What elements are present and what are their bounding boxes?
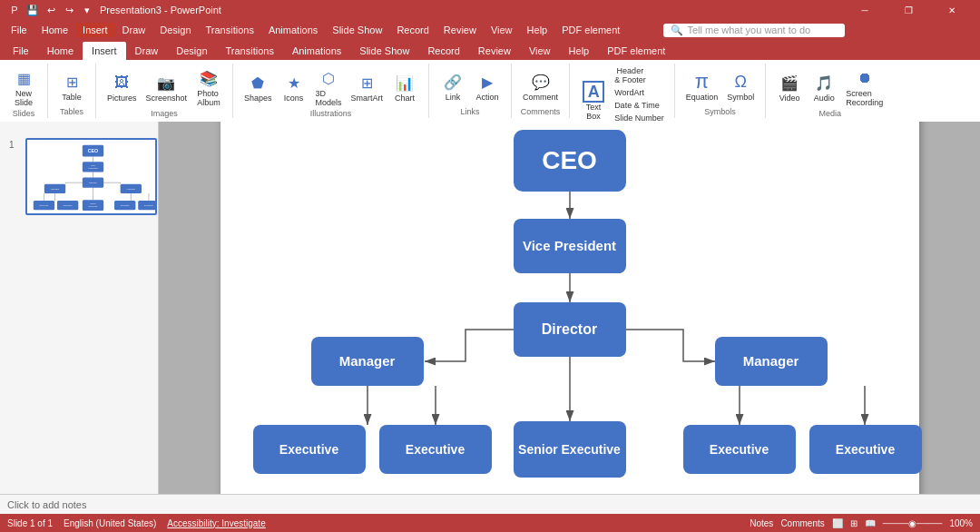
link-btn[interactable]: 🔗 Link (436, 69, 469, 103)
notes-bar[interactable]: Click to add notes (0, 494, 980, 514)
header-footer-btn[interactable]: Header & Footer (612, 65, 649, 85)
tab-design[interactable]: Design (167, 42, 216, 60)
canvas-area[interactable]: CEO Vice President Director Manager Mana… (159, 122, 980, 494)
view-normal-icon[interactable]: ⬜ (832, 518, 843, 528)
menu-pdf[interactable]: PDF element (554, 23, 627, 37)
svg-text:Executive: Executive (40, 204, 50, 206)
menu-file[interactable]: File (4, 23, 34, 37)
ribbon-group-slides: ▦ New Slide Slides (0, 64, 48, 118)
tab-slideshow[interactable]: Slide Show (350, 42, 418, 60)
menu-design[interactable]: Design (152, 23, 198, 37)
tab-animations[interactable]: Animations (283, 42, 350, 60)
video-btn[interactable]: 🎬 Video (773, 70, 806, 104)
svg-text:Executive: Executive (121, 204, 131, 206)
manager-right-box[interactable]: Manager (715, 337, 828, 386)
redo-btn[interactable]: ↪ (62, 3, 76, 17)
tab-home[interactable]: Home (38, 42, 83, 60)
accessibility-label[interactable]: Accessibility: Investigate (167, 518, 265, 528)
vp-label: Vice President (523, 238, 616, 253)
comments-buttons: 💬 Comment (519, 65, 562, 107)
screen-recording-btn[interactable]: ⏺ ScreenRecording (842, 65, 887, 109)
director-box[interactable]: Director (514, 302, 626, 357)
icons-icon: ★ (283, 72, 305, 94)
tab-insert[interactable]: Insert (83, 42, 126, 60)
view-reading-icon[interactable]: 📖 (865, 518, 876, 528)
save-btn[interactable]: 💾 (25, 3, 40, 17)
3d-models-btn[interactable]: ⬡ 3DModels (312, 65, 346, 109)
smartart-icon: ⊞ (356, 72, 377, 94)
slide-canvas: CEO Vice President Director Manager Mana… (220, 122, 919, 494)
exec3-label: Executive (710, 442, 769, 457)
menu-help[interactable]: Help (520, 23, 555, 37)
menu-animations[interactable]: Animations (261, 23, 325, 37)
menu-record[interactable]: Record (389, 23, 436, 37)
zoom-slider[interactable]: ────◉──── (883, 518, 943, 528)
equation-btn[interactable]: π Equation (682, 69, 722, 103)
tab-view[interactable]: View (520, 42, 560, 60)
tab-record[interactable]: Record (418, 42, 468, 60)
menu-home[interactable]: Home (34, 23, 75, 37)
minimize-btn[interactable]: ─ (844, 0, 886, 20)
svg-text:CEO: CEO (88, 148, 98, 153)
smartart-btn[interactable]: ⊞ SmartArt (348, 70, 387, 104)
comment-btn[interactable]: 💬 Comment (519, 69, 562, 103)
menu-view[interactable]: View (484, 23, 520, 37)
ppt-icon: P (7, 3, 22, 17)
view-grid-icon[interactable]: ⊞ (850, 518, 858, 528)
new-slide-btn[interactable]: ▦ New Slide (7, 65, 40, 109)
executive-4-box[interactable]: Executive (809, 425, 922, 474)
menu-review[interactable]: Review (436, 23, 484, 37)
notes-status-btn[interactable]: Notes (750, 518, 773, 528)
text-box-btn[interactable]: A Text Box (577, 79, 610, 123)
svg-text:Executive: Executive (64, 204, 74, 206)
table-btn[interactable]: ⊞ Table (55, 69, 88, 103)
app-body: 1 CEO Vice President Director Manager Ma… (0, 122, 980, 494)
equation-icon: π (691, 71, 712, 93)
shapes-btn[interactable]: ⬟ Shapes (240, 70, 276, 104)
svg-text:Executive: Executive (89, 205, 99, 207)
executive-1-box[interactable]: Executive (253, 425, 366, 474)
executive-2-box[interactable]: Executive (379, 425, 492, 474)
date-time-btn[interactable]: Date & Time (612, 100, 662, 111)
exec1-label: Executive (279, 442, 338, 457)
menu-insert[interactable]: Insert (75, 23, 115, 37)
symbol-btn[interactable]: Ω Symbol (723, 69, 758, 103)
chart-icon: 📊 (394, 72, 416, 94)
vp-box[interactable]: Vice President (514, 219, 626, 273)
comments-status-btn[interactable]: Comments (780, 518, 824, 528)
pictures-btn[interactable]: 🖼 Pictures (103, 70, 141, 104)
audio-btn[interactable]: 🎵 Audio (808, 70, 840, 104)
manager-left-box[interactable]: Manager (311, 337, 424, 386)
svg-text:Executive: Executive (144, 204, 154, 206)
slide-thumbnail[interactable]: CEO Vice President Director Manager Mana… (25, 138, 157, 215)
tab-pdf[interactable]: PDF element (598, 42, 674, 60)
tab-help[interactable]: Help (560, 42, 599, 60)
screenshot-btn[interactable]: 📷 Screenshot (142, 70, 191, 104)
chart-btn[interactable]: 📊 Chart (388, 70, 421, 104)
menu-slideshow[interactable]: Slide Show (325, 23, 389, 37)
tab-file[interactable]: File (4, 42, 38, 60)
icons-btn[interactable]: ★ Icons (278, 70, 310, 104)
wordart-btn[interactable]: WordArt (612, 87, 647, 98)
slide-info: Slide 1 of 1 (7, 518, 53, 528)
photo-album-btn[interactable]: 📚 PhotoAlbum (192, 65, 225, 109)
restore-btn[interactable]: ❐ (887, 0, 929, 20)
tab-transitions[interactable]: Transitions (217, 42, 283, 60)
undo-btn[interactable]: ↩ (44, 3, 58, 17)
media-group-label: Media (818, 109, 841, 118)
search-bar[interactable]: Tell me what you want to do (687, 25, 810, 35)
manager-left-label: Manager (339, 353, 396, 369)
executive-3-box[interactable]: Executive (683, 425, 796, 474)
ribbon-group-text: A Text Box Header & Footer WordArt Date … (570, 64, 675, 118)
ribbon-group-comments: 💬 Comment Comments (512, 64, 570, 118)
action-btn[interactable]: ▶ Action (471, 69, 504, 103)
menu-transitions[interactable]: Transitions (199, 23, 261, 37)
org-chart: CEO Vice President Director Manager Mana… (220, 122, 919, 494)
close-btn[interactable]: ✕ (931, 0, 973, 20)
menu-draw[interactable]: Draw (115, 23, 153, 37)
senior-executive-box[interactable]: Senior Executive (514, 421, 626, 478)
ceo-box[interactable]: CEO (514, 130, 626, 192)
customize-btn[interactable]: ▾ (80, 3, 94, 17)
tab-review[interactable]: Review (469, 42, 520, 60)
tab-draw[interactable]: Draw (126, 42, 168, 60)
